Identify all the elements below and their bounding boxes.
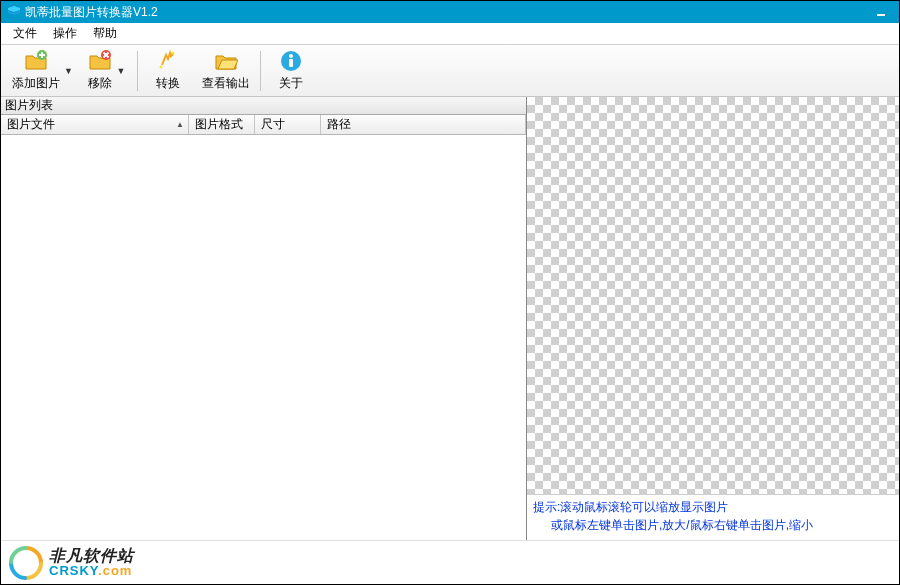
add-image-button[interactable]: 添加图片 ▼ — [5, 47, 80, 95]
col-format[interactable]: 图片格式 — [189, 115, 255, 134]
image-list-title: 图片列表 — [1, 97, 526, 115]
view-output-icon — [214, 49, 238, 73]
about-label: 关于 — [279, 75, 303, 92]
dropdown-arrow-icon: ▼ — [62, 66, 73, 76]
svg-point-5 — [159, 66, 162, 69]
col-path-label: 路径 — [327, 116, 351, 133]
menu-file[interactable]: 文件 — [5, 23, 45, 44]
convert-label: 转换 — [156, 75, 180, 92]
toolbar-separator — [260, 51, 261, 91]
logo-swirl-icon — [7, 544, 45, 582]
image-list-pane: 图片列表 图片文件 ▲ 图片格式 尺寸 路径 — [1, 97, 527, 540]
toolbar: 添加图片 ▼ 移除 ▼ 转换 查看输出 — [1, 45, 899, 97]
convert-button[interactable]: 转换 — [141, 47, 195, 95]
about-icon — [279, 49, 303, 73]
dropdown-arrow-icon: ▼ — [114, 66, 125, 76]
logo-en-dom: .com — [98, 563, 132, 578]
col-size-label: 尺寸 — [261, 116, 285, 133]
remove-icon — [88, 49, 112, 73]
menubar: 文件 操作 帮助 — [1, 23, 899, 45]
svg-rect-0 — [877, 14, 885, 16]
footer-logo: 非凡软件站 CRSKY.com — [7, 544, 134, 582]
convert-icon — [156, 49, 180, 73]
app-window: 凯蒂批量图片转换器V1.2 文件 操作 帮助 添加图片 ▼ 移除 — [0, 0, 900, 585]
col-file[interactable]: 图片文件 ▲ — [1, 115, 189, 134]
col-path[interactable]: 路径 — [321, 115, 526, 134]
window-title: 凯蒂批量图片转换器V1.2 — [25, 4, 869, 21]
col-file-label: 图片文件 — [7, 116, 55, 133]
svg-point-7 — [289, 54, 293, 58]
menu-operate[interactable]: 操作 — [45, 23, 85, 44]
logo-en: CRSKY.com — [49, 564, 134, 578]
logo-text: 非凡软件站 CRSKY.com — [49, 547, 134, 579]
preview-hint: 提示:滚动鼠标滚轮可以缩放显示图片 或鼠标左键单击图片,放大/鼠标右键单击图片,… — [527, 495, 899, 540]
col-format-label: 图片格式 — [195, 116, 243, 133]
toolbar-separator — [137, 51, 138, 91]
footer: 非凡软件站 CRSKY.com — [1, 540, 899, 584]
svg-rect-8 — [289, 59, 293, 67]
about-button[interactable]: 关于 — [264, 47, 318, 95]
titlebar[interactable]: 凯蒂批量图片转换器V1.2 — [1, 1, 899, 23]
view-output-label: 查看输出 — [202, 75, 250, 92]
sort-asc-icon: ▲ — [176, 120, 184, 129]
content-area: 图片列表 图片文件 ▲ 图片格式 尺寸 路径 — [1, 97, 899, 540]
col-size[interactable]: 尺寸 — [255, 115, 321, 134]
add-image-label: 添加图片 — [12, 75, 60, 92]
minimize-button[interactable] — [869, 2, 893, 22]
view-output-button[interactable]: 查看输出 — [195, 47, 257, 95]
app-icon — [7, 5, 21, 19]
remove-button[interactable]: 移除 ▼ — [80, 47, 134, 95]
add-image-icon — [24, 49, 48, 73]
hint-line2: 或鼠标左键单击图片,放大/鼠标右键单击图片,缩小 — [533, 516, 893, 534]
remove-label: 移除 — [88, 75, 112, 92]
svg-point-4 — [171, 52, 174, 55]
table-body[interactable] — [1, 135, 526, 540]
table-header: 图片文件 ▲ 图片格式 尺寸 路径 — [1, 115, 526, 135]
preview-pane: 提示:滚动鼠标滚轮可以缩放显示图片 或鼠标左键单击图片,放大/鼠标右键单击图片,… — [527, 97, 899, 540]
logo-cn: 非凡软件站 — [49, 547, 134, 565]
menu-help[interactable]: 帮助 — [85, 23, 125, 44]
hint-line1: 提示:滚动鼠标滚轮可以缩放显示图片 — [533, 498, 893, 516]
logo-en-main: CRSKY — [49, 563, 98, 578]
preview-canvas[interactable] — [527, 97, 899, 495]
